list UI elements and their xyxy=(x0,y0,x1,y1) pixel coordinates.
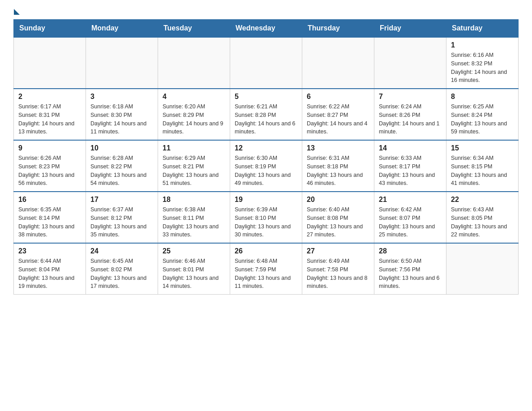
calendar-cell: 14Sunrise: 6:33 AM Sunset: 8:17 PM Dayli… xyxy=(374,140,446,192)
day-number: 13 xyxy=(307,144,369,152)
calendar-cell: 22Sunrise: 6:43 AM Sunset: 8:05 PM Dayli… xyxy=(446,192,519,243)
calendar-cell xyxy=(86,37,158,89)
day-info: Sunrise: 6:45 AM Sunset: 8:02 PM Dayligh… xyxy=(90,257,153,291)
column-header-thursday: Thursday xyxy=(302,20,374,38)
day-info: Sunrise: 6:42 AM Sunset: 8:07 PM Dayligh… xyxy=(379,206,442,239)
logo-triangle-icon xyxy=(14,9,20,15)
day-number: 4 xyxy=(163,93,225,101)
calendar-cell: 3Sunrise: 6:18 AM Sunset: 8:30 PM Daylig… xyxy=(86,89,158,140)
calendar-cell xyxy=(446,243,519,295)
day-number: 12 xyxy=(235,144,297,152)
calendar-cell xyxy=(230,37,302,89)
day-number: 8 xyxy=(451,93,514,101)
day-number: 3 xyxy=(90,93,153,101)
calendar-cell: 23Sunrise: 6:44 AM Sunset: 8:04 PM Dayli… xyxy=(14,243,86,295)
calendar-cell: 5Sunrise: 6:21 AM Sunset: 8:28 PM Daylig… xyxy=(230,89,302,140)
day-info: Sunrise: 6:33 AM Sunset: 8:17 PM Dayligh… xyxy=(379,154,442,188)
column-header-saturday: Saturday xyxy=(446,20,519,38)
day-info: Sunrise: 6:29 AM Sunset: 8:21 PM Dayligh… xyxy=(163,154,225,188)
day-number: 19 xyxy=(235,196,297,204)
page-header xyxy=(13,9,519,13)
day-number: 11 xyxy=(163,144,225,152)
day-number: 22 xyxy=(451,196,514,204)
calendar-cell: 24Sunrise: 6:45 AM Sunset: 8:02 PM Dayli… xyxy=(86,243,158,295)
day-info: Sunrise: 6:39 AM Sunset: 8:10 PM Dayligh… xyxy=(235,206,297,239)
calendar-header-row: SundayMondayTuesdayWednesdayThursdayFrid… xyxy=(14,20,519,38)
day-info: Sunrise: 6:24 AM Sunset: 8:26 PM Dayligh… xyxy=(379,103,442,136)
day-info: Sunrise: 6:37 AM Sunset: 8:12 PM Dayligh… xyxy=(90,206,153,239)
calendar-cell xyxy=(302,37,374,89)
column-header-friday: Friday xyxy=(374,20,446,38)
day-number: 9 xyxy=(18,144,81,152)
day-info: Sunrise: 6:50 AM Sunset: 7:56 PM Dayligh… xyxy=(379,257,442,291)
calendar-cell xyxy=(158,37,230,89)
day-number: 6 xyxy=(307,93,369,101)
day-number: 23 xyxy=(18,247,81,255)
day-info: Sunrise: 6:16 AM Sunset: 8:32 PM Dayligh… xyxy=(451,51,514,85)
column-header-sunday: Sunday xyxy=(14,20,86,38)
day-number: 7 xyxy=(379,93,442,101)
calendar-cell: 4Sunrise: 6:20 AM Sunset: 8:29 PM Daylig… xyxy=(158,89,230,140)
day-info: Sunrise: 6:49 AM Sunset: 7:58 PM Dayligh… xyxy=(307,257,369,291)
day-info: Sunrise: 6:38 AM Sunset: 8:11 PM Dayligh… xyxy=(163,206,225,239)
week-row-1: 1Sunrise: 6:16 AM Sunset: 8:32 PM Daylig… xyxy=(14,37,519,89)
day-info: Sunrise: 6:48 AM Sunset: 7:59 PM Dayligh… xyxy=(235,257,297,291)
calendar-cell: 11Sunrise: 6:29 AM Sunset: 8:21 PM Dayli… xyxy=(158,140,230,192)
day-info: Sunrise: 6:18 AM Sunset: 8:30 PM Dayligh… xyxy=(90,103,153,136)
day-info: Sunrise: 6:35 AM Sunset: 8:14 PM Dayligh… xyxy=(18,206,81,239)
day-number: 26 xyxy=(235,247,297,255)
day-number: 16 xyxy=(18,196,81,204)
calendar-cell: 13Sunrise: 6:31 AM Sunset: 8:18 PM Dayli… xyxy=(302,140,374,192)
day-number: 27 xyxy=(307,247,369,255)
day-number: 10 xyxy=(90,144,153,152)
calendar-cell: 25Sunrise: 6:46 AM Sunset: 8:01 PM Dayli… xyxy=(158,243,230,295)
day-number: 5 xyxy=(235,93,297,101)
day-info: Sunrise: 6:28 AM Sunset: 8:22 PM Dayligh… xyxy=(90,154,153,188)
calendar-cell: 15Sunrise: 6:34 AM Sunset: 8:15 PM Dayli… xyxy=(446,140,519,192)
calendar-cell: 16Sunrise: 6:35 AM Sunset: 8:14 PM Dayli… xyxy=(14,192,86,243)
day-info: Sunrise: 6:25 AM Sunset: 8:24 PM Dayligh… xyxy=(451,103,514,136)
calendar-cell: 2Sunrise: 6:17 AM Sunset: 8:31 PM Daylig… xyxy=(14,89,86,140)
week-row-3: 9Sunrise: 6:26 AM Sunset: 8:23 PM Daylig… xyxy=(14,140,519,192)
day-info: Sunrise: 6:34 AM Sunset: 8:15 PM Dayligh… xyxy=(451,154,514,188)
day-info: Sunrise: 6:17 AM Sunset: 8:31 PM Dayligh… xyxy=(18,103,81,136)
day-number: 18 xyxy=(163,196,225,204)
day-number: 20 xyxy=(307,196,369,204)
calendar-cell: 8Sunrise: 6:25 AM Sunset: 8:24 PM Daylig… xyxy=(446,89,519,140)
day-info: Sunrise: 6:21 AM Sunset: 8:28 PM Dayligh… xyxy=(235,103,297,136)
day-info: Sunrise: 6:46 AM Sunset: 8:01 PM Dayligh… xyxy=(163,257,225,291)
day-number: 1 xyxy=(451,41,514,49)
day-number: 24 xyxy=(90,247,153,255)
calendar-cell xyxy=(14,37,86,89)
week-row-5: 23Sunrise: 6:44 AM Sunset: 8:04 PM Dayli… xyxy=(14,243,519,295)
week-row-4: 16Sunrise: 6:35 AM Sunset: 8:14 PM Dayli… xyxy=(14,192,519,243)
day-number: 28 xyxy=(379,247,442,255)
calendar-cell: 26Sunrise: 6:48 AM Sunset: 7:59 PM Dayli… xyxy=(230,243,302,295)
column-header-tuesday: Tuesday xyxy=(158,20,230,38)
day-number: 2 xyxy=(18,93,81,101)
day-number: 14 xyxy=(379,144,442,152)
week-row-2: 2Sunrise: 6:17 AM Sunset: 8:31 PM Daylig… xyxy=(14,89,519,140)
day-number: 21 xyxy=(379,196,442,204)
calendar-cell: 6Sunrise: 6:22 AM Sunset: 8:27 PM Daylig… xyxy=(302,89,374,140)
calendar-cell: 19Sunrise: 6:39 AM Sunset: 8:10 PM Dayli… xyxy=(230,192,302,243)
calendar-cell: 27Sunrise: 6:49 AM Sunset: 7:58 PM Dayli… xyxy=(302,243,374,295)
day-info: Sunrise: 6:43 AM Sunset: 8:05 PM Dayligh… xyxy=(451,206,514,239)
day-info: Sunrise: 6:31 AM Sunset: 8:18 PM Dayligh… xyxy=(307,154,369,188)
day-number: 17 xyxy=(90,196,153,204)
calendar-cell: 21Sunrise: 6:42 AM Sunset: 8:07 PM Dayli… xyxy=(374,192,446,243)
day-info: Sunrise: 6:44 AM Sunset: 8:04 PM Dayligh… xyxy=(18,257,81,291)
logo xyxy=(13,9,20,13)
day-info: Sunrise: 6:22 AM Sunset: 8:27 PM Dayligh… xyxy=(307,103,369,136)
day-info: Sunrise: 6:40 AM Sunset: 8:08 PM Dayligh… xyxy=(307,206,369,239)
calendar-table: SundayMondayTuesdayWednesdayThursdayFrid… xyxy=(13,19,519,295)
calendar-cell: 28Sunrise: 6:50 AM Sunset: 7:56 PM Dayli… xyxy=(374,243,446,295)
day-info: Sunrise: 6:20 AM Sunset: 8:29 PM Dayligh… xyxy=(163,103,225,136)
day-info: Sunrise: 6:26 AM Sunset: 8:23 PM Dayligh… xyxy=(18,154,81,188)
day-number: 25 xyxy=(163,247,225,255)
calendar-cell: 1Sunrise: 6:16 AM Sunset: 8:32 PM Daylig… xyxy=(446,37,519,89)
calendar-cell: 10Sunrise: 6:28 AM Sunset: 8:22 PM Dayli… xyxy=(86,140,158,192)
calendar-cell xyxy=(374,37,446,89)
day-info: Sunrise: 6:30 AM Sunset: 8:19 PM Dayligh… xyxy=(235,154,297,188)
calendar-cell: 12Sunrise: 6:30 AM Sunset: 8:19 PM Dayli… xyxy=(230,140,302,192)
